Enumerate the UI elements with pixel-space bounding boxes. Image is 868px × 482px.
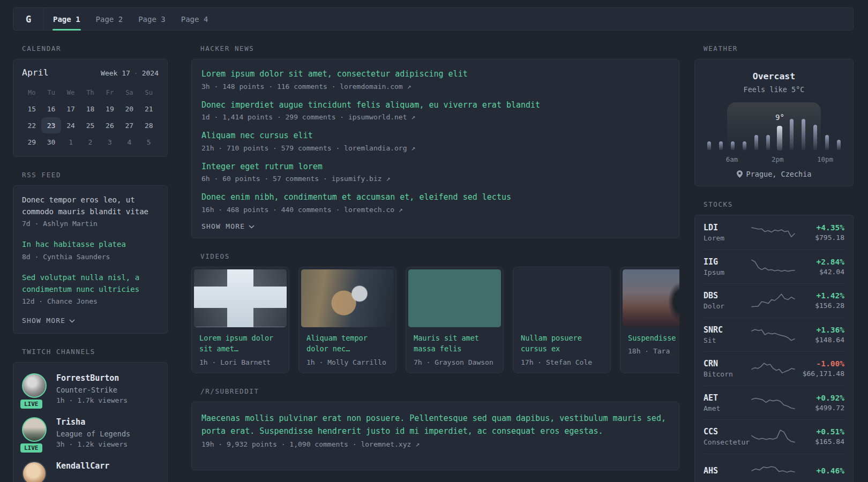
hackernews-title-link[interactable]: Donec imperdiet augue tincidunt felis al… [201, 99, 669, 111]
twitch-channel-category[interactable]: Counter-Strike [56, 386, 128, 394]
rss-item-title-link[interactable]: Donec tempor eros leo, ut commodo mauris… [22, 194, 159, 217]
calendar-week-number: Week 17 [101, 69, 130, 77]
avatar[interactable] [22, 373, 47, 398]
video-title[interactable]: Lorem ipsum dolor sit amet consectetu… [199, 333, 281, 355]
stock-sparkline [750, 427, 796, 446]
video-title[interactable]: Aliquam tempor dolor nec pharetra… [306, 333, 388, 355]
video-card[interactable]: Nullam posuere cursus ex17h · Stefan Col… [513, 267, 611, 374]
twitch-widget: LIVEForrestBurtonCounter-Strike1h · 1.7k… [13, 362, 168, 482]
stock-values: +2.84%$42.04 [796, 258, 844, 276]
weather-time-label [760, 152, 772, 163]
tab-page-3[interactable]: Page 3 [138, 8, 166, 30]
twitch-channel-category[interactable]: League of Legends [56, 430, 130, 438]
rss-show-more-button[interactable]: SHOW MORE [22, 317, 159, 328]
tab-page-1[interactable]: Page 1 [53, 8, 81, 30]
weather-time-label [704, 152, 715, 163]
tab-page-2[interactable]: Page 2 [95, 8, 124, 30]
stock-row: DBSDolor+1.42%$156.28 [704, 283, 844, 318]
video-thumbnail[interactable] [515, 269, 608, 327]
video-card[interactable]: Aliquam tempor dolor nec pharetra…1h · M… [298, 267, 396, 374]
calendar-day: 16 [41, 101, 61, 117]
weather-time-label [833, 152, 844, 163]
video-meta: 7h · Grayson Dawson [414, 358, 496, 366]
weather-hourly-chart: 9° 6am2pm10pm [704, 102, 844, 163]
calendar-day: 2 [80, 134, 100, 150]
stock-price: $66,171.48 [796, 370, 844, 378]
calendar-day: 3 [100, 134, 119, 150]
video-title[interactable]: Mauris sit amet massa felis [414, 333, 496, 355]
calendar-day: 28 [139, 117, 159, 133]
rss-item-title-link[interactable]: In hac habitasse platea [22, 239, 159, 251]
twitch-channel-name[interactable]: Trisha [56, 417, 130, 427]
hackernews-item: Integer eget rutrum lorem6h · 60 points … [201, 161, 669, 183]
video-card[interactable]: Suspendisse diam18h · Tara [620, 267, 679, 374]
rss-item: Donec tempor eros leo, ut commodo mauris… [22, 194, 159, 228]
stock-row: AHS+0.46% [704, 454, 844, 482]
stock-change: +0.46% [796, 466, 844, 475]
weather-bar-slot [739, 117, 751, 150]
avatar[interactable] [22, 417, 47, 442]
subreddit-widget: Maecenas mollis pulvinar erat non posuer… [191, 402, 679, 470]
stock-sparkline [750, 326, 796, 344]
hackernews-domain-link[interactable]: loremlandia.org ↗ [344, 144, 415, 152]
stock-info: AHS [704, 466, 750, 476]
video-thumbnail[interactable] [623, 269, 679, 327]
weather-time-label [806, 152, 817, 163]
subreddit-meta-stats: 19h · 9,932 points · 1,090 comments · [201, 440, 361, 448]
stock-info: DBSDolor [704, 291, 750, 310]
twitch-channel-row: LIVETrishaLeague of Legends3h · 1.2k vie… [22, 417, 159, 448]
weather-time-label: 6am [726, 152, 738, 163]
twitch-channel-row: KendallCarr [22, 461, 159, 482]
weather-bars: 9° [704, 117, 844, 150]
subreddit-domain-link[interactable]: loremnet.xyz ↗ [361, 440, 420, 448]
video-thumbnail[interactable] [408, 269, 501, 327]
hackernews-show-more-label: SHOW MORE [201, 222, 245, 230]
calendar-day: 19 [100, 101, 119, 117]
video-card[interactable]: Lorem ipsum dolor sit amet consectetu…1h… [191, 267, 289, 374]
calendar-day: 17 [61, 101, 80, 117]
weather-time-label [738, 152, 749, 163]
calendar-day: 15 [22, 101, 41, 117]
hackernews-title-link[interactable]: Integer eget rutrum lorem [201, 161, 669, 173]
calendar-section-label: CALENDAR [13, 44, 168, 52]
calendar-day: 26 [100, 117, 119, 133]
weather-bar [731, 141, 735, 150]
twitch-channel-name[interactable]: KendallCarr [56, 461, 109, 471]
video-card[interactable]: Mauris sit amet massa felis7h · Grayson … [406, 267, 504, 374]
twitch-channel-name[interactable]: ForrestBurton [56, 373, 128, 383]
video-meta: 1h · Lori Barnett [199, 358, 281, 366]
stock-info: AETAmet [704, 393, 750, 412]
stock-company: Sit [704, 336, 750, 344]
stock-ticker: DBS [704, 291, 750, 300]
video-title[interactable]: Nullam posuere cursus ex [521, 333, 603, 355]
hackernews-title-link[interactable]: Donec enim nibh, condimentum et accumsan… [201, 191, 669, 204]
hackernews-show-more-button[interactable]: SHOW MORE [201, 222, 669, 234]
weather-location-text: Prague, Czechia [746, 170, 812, 178]
stock-sparkline [750, 223, 796, 242]
hackernews-item-meta: 6h · 60 points · 57 comments · ipsumify.… [201, 175, 669, 183]
hackernews-domain-link[interactable]: ipsumify.biz ↗ [332, 175, 391, 183]
hackernews-domain-link[interactable]: loremtech.co ↗ [344, 206, 403, 214]
video-thumbnail[interactable] [301, 269, 394, 327]
calendar-month: April [22, 67, 49, 78]
weather-bar-slot [751, 117, 762, 150]
page-columns: CALENDAR April Week 17 · 2024 MoTuWeThFr… [0, 31, 868, 482]
hackernews-domain-link[interactable]: loremdomain.com ↗ [340, 82, 411, 91]
subreddit-post-title-link[interactable]: Maecenas mollis pulvinar erat non posuer… [201, 412, 669, 438]
tab-page-4[interactable]: Page 4 [181, 8, 209, 30]
video-title[interactable]: Suspendisse diam [628, 333, 679, 344]
rss-item-title-link[interactable]: Sed volutpat nulla nisl, a condimentum n… [22, 272, 159, 295]
hackernews-title-link[interactable]: Aliquam nec cursus elit [201, 130, 669, 142]
avatar[interactable] [22, 461, 47, 482]
hackernews-title-link[interactable]: Lorem ipsum dolor sit amet, consectetur … [201, 68, 669, 80]
chevron-down-icon [249, 225, 255, 229]
video-thumbnail[interactable] [194, 269, 287, 327]
weather-time-labels: 6am2pm10pm [704, 152, 844, 163]
stock-sparkline-wrap [750, 359, 796, 378]
hackernews-item-meta: 1d · 1,414 points · 299 comments · ipsum… [201, 113, 669, 121]
stock-company: Consectetur [704, 438, 750, 446]
hackernews-domain-link[interactable]: ipsumworld.net ↗ [348, 113, 415, 121]
stock-change: +2.84% [796, 258, 844, 266]
stock-change: +1.42% [796, 291, 844, 300]
live-badge: LIVE [20, 443, 42, 453]
